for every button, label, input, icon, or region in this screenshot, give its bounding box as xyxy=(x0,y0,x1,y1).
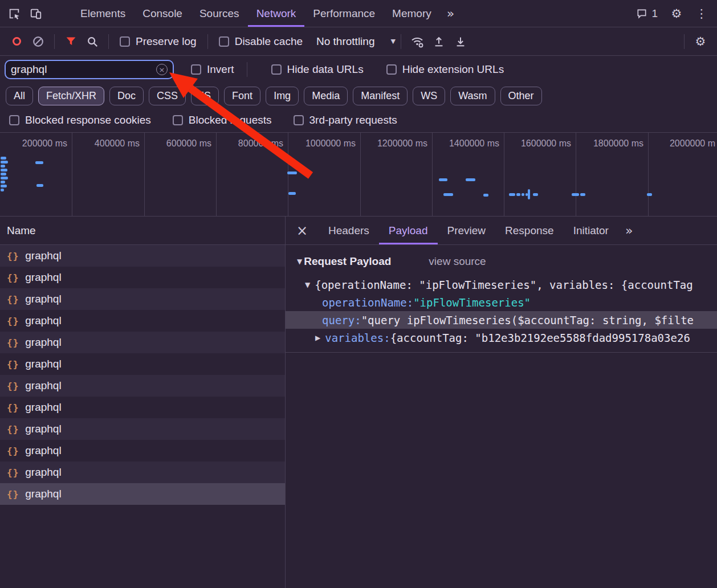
devtools-top-bar: ElementsConsoleSourcesNetworkPerformance… xyxy=(0,0,717,27)
request-row[interactable]: {}graphql xyxy=(0,440,285,462)
request-row[interactable]: {}graphql xyxy=(0,245,285,267)
request-row[interactable]: {}graphql xyxy=(0,375,285,397)
filter-chip-wasm[interactable]: Wasm xyxy=(450,87,495,105)
tab-console[interactable]: Console xyxy=(134,0,191,27)
clear-filter-icon[interactable]: × xyxy=(156,64,168,75)
detail-tab-response[interactable]: Response xyxy=(495,217,564,244)
detail-tab-initiator[interactable]: Initiator xyxy=(564,217,618,244)
funnel-icon xyxy=(65,35,77,47)
filter-chip-font[interactable]: Font xyxy=(224,87,260,105)
payload-value: "ipFlowTimeseries" xyxy=(413,296,531,309)
filter-chip-doc[interactable]: Doc xyxy=(109,87,144,105)
issues-count: 1 xyxy=(651,7,658,20)
disable-cache-label: Disable cache xyxy=(235,35,303,48)
tab-sources[interactable]: Sources xyxy=(191,0,248,27)
invert-checkbox[interactable]: Invert xyxy=(191,63,234,76)
filter-chip-manifest[interactable]: Manifest xyxy=(353,87,408,105)
json-braces-icon: {} xyxy=(7,272,19,283)
search-button[interactable] xyxy=(82,35,103,48)
waterfall-bar xyxy=(647,193,652,196)
timeline-tick-label: 1200000 ms xyxy=(359,138,427,149)
waterfall-bar xyxy=(509,193,515,196)
request-row[interactable]: {}graphql xyxy=(0,310,285,332)
tab-network[interactable]: Network xyxy=(248,0,305,27)
waterfall-bar xyxy=(1,185,7,187)
tab-memory[interactable]: Memory xyxy=(384,0,440,27)
expander-icon[interactable]: ▼ xyxy=(305,281,310,289)
issues-button[interactable]: 1 xyxy=(632,7,662,20)
detail-tab-payload[interactable]: Payload xyxy=(379,217,438,244)
hide-extension-urls-checkbox[interactable]: Hide extension URLs xyxy=(386,63,504,76)
payload-entry-variables[interactable]: ▶variables: {accountTag: "b12e3b2192ee55… xyxy=(286,329,717,346)
detail-tab-headers[interactable]: Headers xyxy=(319,217,379,244)
disable-cache-checkbox[interactable]: Disable cache xyxy=(219,35,303,48)
checkbox-icon xyxy=(271,64,282,75)
device-toolbar-button[interactable] xyxy=(25,0,47,27)
settings-button[interactable]: ⚙ xyxy=(666,7,687,21)
kebab-menu-button[interactable]: ⋮ xyxy=(691,7,712,21)
filter-chip-all[interactable]: All xyxy=(6,87,33,105)
request-row[interactable]: {}graphql xyxy=(0,332,285,353)
tab-elements[interactable]: Elements xyxy=(72,0,134,27)
request-row[interactable]: {}graphql xyxy=(0,483,285,505)
filter-chip-other[interactable]: Other xyxy=(500,87,542,105)
devtools-tab-strip: ElementsConsoleSourcesNetworkPerformance… xyxy=(72,0,440,27)
checkbox-icon xyxy=(294,115,304,125)
third-party-requests-checkbox[interactable]: 3rd-party requests xyxy=(294,114,397,126)
filter-chip-ws[interactable]: WS xyxy=(413,87,445,105)
request-name: graphql xyxy=(25,401,61,414)
request-row[interactable]: {}graphql xyxy=(0,462,285,483)
request-row[interactable]: {}graphql xyxy=(0,267,285,288)
json-braces-icon: {} xyxy=(7,381,19,391)
close-details-button[interactable]: × xyxy=(286,217,319,244)
expander-icon[interactable]: ▼ xyxy=(297,258,302,266)
waterfall-bar xyxy=(35,161,43,164)
tab-performance[interactable]: Performance xyxy=(304,0,384,27)
top-bar-right-controls: 1 ⚙ ⋮ xyxy=(632,0,717,27)
filter-toggle-button[interactable] xyxy=(60,35,82,47)
export-har-button[interactable] xyxy=(450,35,471,48)
clear-network-log-button[interactable] xyxy=(27,35,49,48)
filter-chip-img[interactable]: Img xyxy=(266,87,299,105)
network-conditions-button[interactable] xyxy=(406,35,428,48)
waterfall-bar xyxy=(580,193,585,196)
name-column-header[interactable]: Name xyxy=(0,217,285,245)
request-name: graphql xyxy=(25,358,61,370)
filter-chip-fetch-xhr[interactable]: Fetch/XHR xyxy=(38,87,104,105)
invert-label: Invert xyxy=(207,63,234,76)
filter-chip-media[interactable]: Media xyxy=(304,87,348,105)
waterfall-bar xyxy=(528,189,530,199)
expander-icon[interactable]: ▶ xyxy=(315,334,320,342)
request-row[interactable]: {}graphql xyxy=(0,353,285,375)
blocked-response-cookies-checkbox[interactable]: Blocked response cookies xyxy=(9,114,151,126)
filter-chip-js[interactable]: JS xyxy=(191,87,219,105)
more-detail-tabs-button[interactable]: » xyxy=(618,217,639,244)
detail-tab-preview[interactable]: Preview xyxy=(438,217,496,244)
view-source-link[interactable]: view source xyxy=(429,255,486,268)
import-har-button[interactable] xyxy=(428,35,450,48)
inspect-element-button[interactable] xyxy=(3,0,25,27)
clear-icon xyxy=(32,35,44,48)
json-braces-icon: {} xyxy=(7,489,19,500)
more-panels-button[interactable]: » xyxy=(440,0,461,27)
request-row[interactable]: {}graphql xyxy=(0,397,285,418)
throttling-select[interactable]: No throttling ▼ xyxy=(316,35,396,48)
request-row[interactable]: {}graphql xyxy=(0,418,285,440)
request-name: graphql xyxy=(25,315,61,327)
payload-entry-operationName[interactable]: operationName: "ipFlowTimeseries" xyxy=(286,293,717,311)
timeline-overview[interactable]: 200000 ms400000 ms600000 ms800000 ms1000… xyxy=(0,133,717,217)
request-row[interactable]: {}graphql xyxy=(0,288,285,310)
request-name: graphql xyxy=(25,293,61,305)
network-settings-button[interactable]: ⚙ xyxy=(690,35,711,48)
filter-chip-css[interactable]: CSS xyxy=(149,87,186,105)
request-name: graphql xyxy=(25,466,61,479)
json-braces-icon: {} xyxy=(7,467,19,478)
hide-data-urls-checkbox[interactable]: Hide data URLs xyxy=(271,63,364,76)
timeline-tick-label: 200000 ms xyxy=(0,138,67,149)
filter-input[interactable] xyxy=(11,63,156,76)
record-network-log-button[interactable] xyxy=(6,37,27,46)
preserve-log-checkbox[interactable]: Preserve log xyxy=(120,35,197,48)
blocked-requests-checkbox[interactable]: Blocked requests xyxy=(173,114,272,126)
payload-entry-query[interactable]: query: "query ipFlowTimeseries($accountT… xyxy=(286,311,717,329)
payload-summary-row[interactable]: ▼ {operationName: "ipFlowTimeseries", va… xyxy=(286,276,717,293)
